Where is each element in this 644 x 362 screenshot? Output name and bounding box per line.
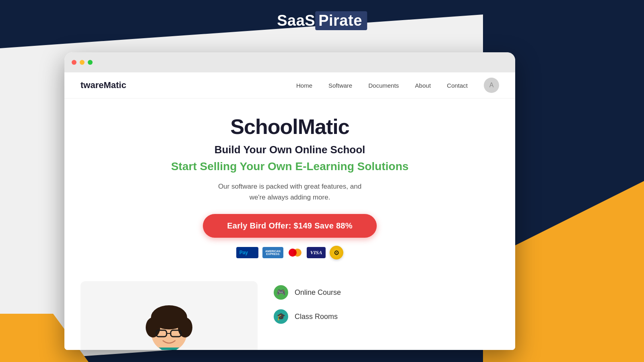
bottom-section: 🎮 Online Course 🎓 Class Rooms [64, 281, 515, 350]
visa-icon: VISA [307, 247, 326, 258]
brand-pirate-text: Pirate [315, 11, 367, 30]
features-list: 🎮 Online Course 🎓 Class Rooms [274, 281, 341, 324]
nav-home[interactable]: Home [296, 82, 312, 89]
payment-icons: PayPal AMERICANEXPRESS VISA ⚙ [89, 246, 491, 259]
security-badge-icon: ⚙ [330, 246, 343, 259]
nav-documents[interactable]: Documents [368, 82, 399, 89]
site-navigation: twareMatic Home Software Documents About… [64, 72, 515, 99]
classrooms-label: Class Rooms [295, 313, 338, 321]
close-dot[interactable] [72, 60, 76, 65]
nav-avatar[interactable]: A [484, 78, 499, 93]
hero-description: Our software is packed with great featur… [89, 181, 491, 203]
hero-desc-line2: we're always adding more. [250, 193, 330, 201]
hero-subtitle: Build Your Own Online School [89, 144, 491, 156]
minimize-dot[interactable] [80, 60, 85, 65]
nav-links: Home Software Documents About Contact [296, 82, 468, 89]
nav-about[interactable]: About [415, 82, 431, 89]
feature-online-course: 🎮 Online Course [274, 285, 341, 300]
brand-saas-text: SaaS [277, 12, 315, 29]
online-course-label: Online Course [295, 288, 341, 297]
online-course-icon: 🎮 [274, 285, 288, 300]
hero-title: SchoolMatic [89, 115, 491, 139]
svg-point-5 [178, 317, 192, 337]
hero-green-text: Start Selling Your Own E-Learning Soluti… [89, 160, 491, 173]
avatar-letter: A [489, 82, 494, 89]
cta-button[interactable]: Early Bird Offer: $149 Save 88% [203, 214, 377, 238]
brand-header: SaaS Pirate [277, 11, 367, 30]
mastercard-icon [287, 248, 303, 257]
feature-classrooms: 🎓 Class Rooms [274, 309, 341, 324]
device-mockup: twareMatic Home Software Documents About… [64, 52, 515, 350]
hero-section: SchoolMatic Build Your Own Online School… [64, 99, 515, 281]
site-logo: twareMatic [80, 80, 296, 90]
person-card [80, 281, 258, 350]
person-illustration [129, 285, 209, 350]
maximize-dot[interactable] [88, 60, 93, 65]
svg-point-4 [146, 317, 160, 337]
nav-contact[interactable]: Contact [447, 82, 468, 89]
nav-software[interactable]: Software [328, 82, 352, 89]
paypal-icon: PayPal [236, 247, 258, 258]
website-content: twareMatic Home Software Documents About… [64, 72, 515, 350]
hero-desc-line1: Our software is packed with great featur… [218, 183, 361, 190]
classrooms-icon: 🎓 [274, 309, 288, 324]
browser-top-bar [64, 52, 515, 72]
amex-icon: AMERICANEXPRESS [262, 247, 283, 258]
